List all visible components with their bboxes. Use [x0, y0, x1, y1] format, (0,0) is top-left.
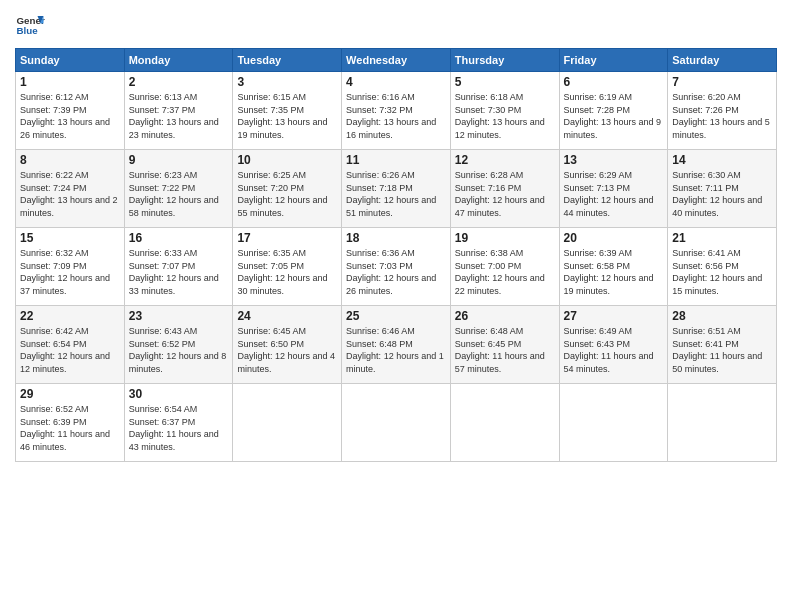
day-number: 21	[672, 231, 772, 245]
day-info: Sunrise: 6:48 AMSunset: 6:45 PMDaylight:…	[455, 326, 545, 374]
calendar-cell: 11Sunrise: 6:26 AMSunset: 7:18 PMDayligh…	[342, 150, 451, 228]
day-number: 17	[237, 231, 337, 245]
calendar-cell: 19Sunrise: 6:38 AMSunset: 7:00 PMDayligh…	[450, 228, 559, 306]
day-number: 22	[20, 309, 120, 323]
day-number: 1	[20, 75, 120, 89]
calendar-cell: 3Sunrise: 6:15 AMSunset: 7:35 PMDaylight…	[233, 72, 342, 150]
day-info: Sunrise: 6:41 AMSunset: 6:56 PMDaylight:…	[672, 248, 762, 296]
day-number: 9	[129, 153, 229, 167]
day-info: Sunrise: 6:54 AMSunset: 6:37 PMDaylight:…	[129, 404, 219, 452]
day-info: Sunrise: 6:45 AMSunset: 6:50 PMDaylight:…	[237, 326, 335, 374]
day-number: 25	[346, 309, 446, 323]
day-info: Sunrise: 6:16 AMSunset: 7:32 PMDaylight:…	[346, 92, 436, 140]
day-info: Sunrise: 6:19 AMSunset: 7:28 PMDaylight:…	[564, 92, 662, 140]
day-number: 11	[346, 153, 446, 167]
day-number: 20	[564, 231, 664, 245]
weekday-header-friday: Friday	[559, 49, 668, 72]
calendar-cell: 4Sunrise: 6:16 AMSunset: 7:32 PMDaylight…	[342, 72, 451, 150]
day-info: Sunrise: 6:32 AMSunset: 7:09 PMDaylight:…	[20, 248, 110, 296]
day-info: Sunrise: 6:25 AMSunset: 7:20 PMDaylight:…	[237, 170, 327, 218]
calendar-cell	[450, 384, 559, 462]
calendar-cell: 8Sunrise: 6:22 AMSunset: 7:24 PMDaylight…	[16, 150, 125, 228]
day-info: Sunrise: 6:52 AMSunset: 6:39 PMDaylight:…	[20, 404, 110, 452]
calendar-cell: 2Sunrise: 6:13 AMSunset: 7:37 PMDaylight…	[124, 72, 233, 150]
calendar-cell: 7Sunrise: 6:20 AMSunset: 7:26 PMDaylight…	[668, 72, 777, 150]
logo-icon: General Blue	[15, 10, 45, 40]
calendar-cell: 29Sunrise: 6:52 AMSunset: 6:39 PMDayligh…	[16, 384, 125, 462]
day-number: 8	[20, 153, 120, 167]
calendar-cell	[668, 384, 777, 462]
day-number: 4	[346, 75, 446, 89]
day-info: Sunrise: 6:26 AMSunset: 7:18 PMDaylight:…	[346, 170, 436, 218]
weekday-header-row: SundayMondayTuesdayWednesdayThursdayFrid…	[16, 49, 777, 72]
calendar-cell	[342, 384, 451, 462]
day-number: 3	[237, 75, 337, 89]
day-info: Sunrise: 6:15 AMSunset: 7:35 PMDaylight:…	[237, 92, 327, 140]
calendar-week-row: 22Sunrise: 6:42 AMSunset: 6:54 PMDayligh…	[16, 306, 777, 384]
day-number: 18	[346, 231, 446, 245]
day-number: 27	[564, 309, 664, 323]
calendar-cell: 5Sunrise: 6:18 AMSunset: 7:30 PMDaylight…	[450, 72, 559, 150]
day-info: Sunrise: 6:13 AMSunset: 7:37 PMDaylight:…	[129, 92, 219, 140]
calendar-cell: 12Sunrise: 6:28 AMSunset: 7:16 PMDayligh…	[450, 150, 559, 228]
day-info: Sunrise: 6:12 AMSunset: 7:39 PMDaylight:…	[20, 92, 110, 140]
day-info: Sunrise: 6:20 AMSunset: 7:26 PMDaylight:…	[672, 92, 770, 140]
day-number: 23	[129, 309, 229, 323]
day-info: Sunrise: 6:43 AMSunset: 6:52 PMDaylight:…	[129, 326, 227, 374]
day-info: Sunrise: 6:49 AMSunset: 6:43 PMDaylight:…	[564, 326, 654, 374]
calendar-cell: 16Sunrise: 6:33 AMSunset: 7:07 PMDayligh…	[124, 228, 233, 306]
calendar-cell: 21Sunrise: 6:41 AMSunset: 6:56 PMDayligh…	[668, 228, 777, 306]
day-number: 26	[455, 309, 555, 323]
page-header: General Blue	[15, 10, 777, 40]
calendar-cell: 6Sunrise: 6:19 AMSunset: 7:28 PMDaylight…	[559, 72, 668, 150]
day-number: 16	[129, 231, 229, 245]
weekday-header-tuesday: Tuesday	[233, 49, 342, 72]
day-number: 28	[672, 309, 772, 323]
calendar-cell: 30Sunrise: 6:54 AMSunset: 6:37 PMDayligh…	[124, 384, 233, 462]
day-number: 5	[455, 75, 555, 89]
calendar-cell: 24Sunrise: 6:45 AMSunset: 6:50 PMDayligh…	[233, 306, 342, 384]
day-number: 19	[455, 231, 555, 245]
weekday-header-thursday: Thursday	[450, 49, 559, 72]
calendar-cell: 22Sunrise: 6:42 AMSunset: 6:54 PMDayligh…	[16, 306, 125, 384]
day-info: Sunrise: 6:29 AMSunset: 7:13 PMDaylight:…	[564, 170, 654, 218]
logo: General Blue	[15, 10, 45, 40]
day-info: Sunrise: 6:33 AMSunset: 7:07 PMDaylight:…	[129, 248, 219, 296]
day-number: 29	[20, 387, 120, 401]
calendar-cell: 10Sunrise: 6:25 AMSunset: 7:20 PMDayligh…	[233, 150, 342, 228]
calendar-cell: 14Sunrise: 6:30 AMSunset: 7:11 PMDayligh…	[668, 150, 777, 228]
day-number: 12	[455, 153, 555, 167]
day-number: 7	[672, 75, 772, 89]
day-info: Sunrise: 6:30 AMSunset: 7:11 PMDaylight:…	[672, 170, 762, 218]
day-info: Sunrise: 6:28 AMSunset: 7:16 PMDaylight:…	[455, 170, 545, 218]
calendar-cell: 26Sunrise: 6:48 AMSunset: 6:45 PMDayligh…	[450, 306, 559, 384]
calendar-cell	[233, 384, 342, 462]
day-number: 30	[129, 387, 229, 401]
calendar-cell: 18Sunrise: 6:36 AMSunset: 7:03 PMDayligh…	[342, 228, 451, 306]
weekday-header-wednesday: Wednesday	[342, 49, 451, 72]
day-number: 10	[237, 153, 337, 167]
calendar-cell: 20Sunrise: 6:39 AMSunset: 6:58 PMDayligh…	[559, 228, 668, 306]
calendar-cell: 25Sunrise: 6:46 AMSunset: 6:48 PMDayligh…	[342, 306, 451, 384]
day-info: Sunrise: 6:22 AMSunset: 7:24 PMDaylight:…	[20, 170, 118, 218]
day-info: Sunrise: 6:18 AMSunset: 7:30 PMDaylight:…	[455, 92, 545, 140]
day-number: 2	[129, 75, 229, 89]
day-info: Sunrise: 6:38 AMSunset: 7:00 PMDaylight:…	[455, 248, 545, 296]
calendar-week-row: 8Sunrise: 6:22 AMSunset: 7:24 PMDaylight…	[16, 150, 777, 228]
day-number: 13	[564, 153, 664, 167]
day-number: 14	[672, 153, 772, 167]
weekday-header-monday: Monday	[124, 49, 233, 72]
calendar-cell: 1Sunrise: 6:12 AMSunset: 7:39 PMDaylight…	[16, 72, 125, 150]
day-info: Sunrise: 6:46 AMSunset: 6:48 PMDaylight:…	[346, 326, 444, 374]
calendar-week-row: 29Sunrise: 6:52 AMSunset: 6:39 PMDayligh…	[16, 384, 777, 462]
day-info: Sunrise: 6:35 AMSunset: 7:05 PMDaylight:…	[237, 248, 327, 296]
svg-text:Blue: Blue	[17, 25, 39, 36]
day-number: 6	[564, 75, 664, 89]
day-info: Sunrise: 6:23 AMSunset: 7:22 PMDaylight:…	[129, 170, 219, 218]
calendar-cell: 23Sunrise: 6:43 AMSunset: 6:52 PMDayligh…	[124, 306, 233, 384]
weekday-header-saturday: Saturday	[668, 49, 777, 72]
calendar-cell: 17Sunrise: 6:35 AMSunset: 7:05 PMDayligh…	[233, 228, 342, 306]
day-info: Sunrise: 6:39 AMSunset: 6:58 PMDaylight:…	[564, 248, 654, 296]
calendar-week-row: 1Sunrise: 6:12 AMSunset: 7:39 PMDaylight…	[16, 72, 777, 150]
weekday-header-sunday: Sunday	[16, 49, 125, 72]
